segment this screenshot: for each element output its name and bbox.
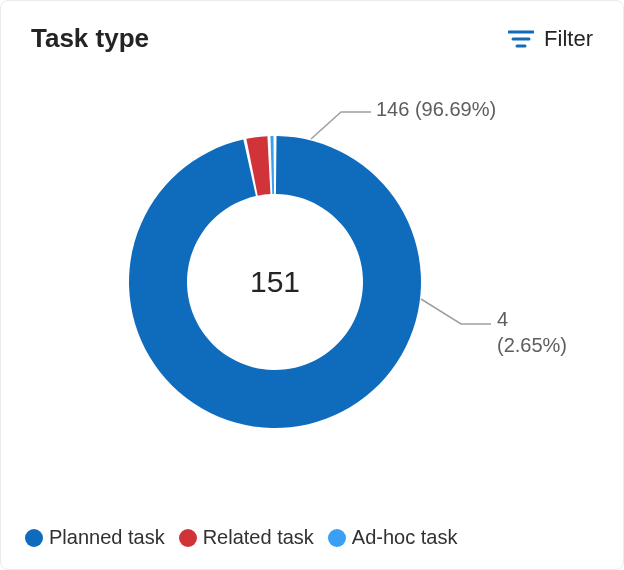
- legend-swatch: [179, 529, 197, 547]
- donut-slice[interactable]: [129, 136, 421, 428]
- legend-label: Planned task: [49, 526, 165, 549]
- donut-chart: 151: [129, 136, 421, 428]
- legend-item-adhoc[interactable]: Ad-hoc task: [328, 526, 458, 549]
- filter-button[interactable]: Filter: [508, 26, 593, 52]
- filter-label: Filter: [544, 26, 593, 52]
- callout-right-percent: (2.65%): [497, 334, 567, 357]
- legend-swatch: [328, 529, 346, 547]
- legend-item-planned[interactable]: Planned task: [25, 526, 165, 549]
- card-title: Task type: [31, 23, 149, 54]
- callout-right-value: 4: [497, 308, 508, 331]
- donut-slice[interactable]: [270, 136, 274, 194]
- legend: Planned task Related task Ad-hoc task: [25, 526, 599, 549]
- task-type-card: Task type Filter 146 (96.69%) 4 (2.65%): [0, 0, 624, 570]
- legend-swatch: [25, 529, 43, 547]
- callout-top: 146 (96.69%): [376, 98, 496, 121]
- card-header: Task type Filter: [1, 1, 623, 64]
- legend-label: Related task: [203, 526, 314, 549]
- chart-area: 146 (96.69%) 4 (2.65%) 151: [1, 64, 623, 484]
- legend-label: Ad-hoc task: [352, 526, 458, 549]
- filter-icon: [508, 29, 534, 49]
- legend-item-related[interactable]: Related task: [179, 526, 314, 549]
